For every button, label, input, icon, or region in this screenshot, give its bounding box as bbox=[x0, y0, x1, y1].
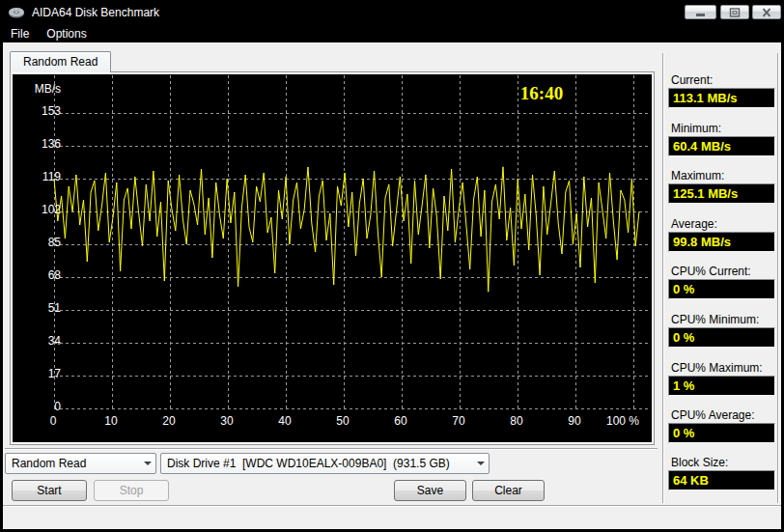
save-button[interactable]: Save bbox=[394, 480, 466, 501]
y-tick-label: 34 bbox=[16, 334, 61, 348]
close-button[interactable] bbox=[752, 5, 781, 19]
chart-svg bbox=[14, 75, 651, 441]
stat-value: 125.1 MB/s bbox=[668, 183, 775, 204]
stat-cpu-maximum: CPU% Maximum: 1 % bbox=[668, 361, 776, 402]
y-tick-label: 102 bbox=[16, 203, 61, 216]
stat-label: Minimum: bbox=[671, 122, 721, 135]
stat-cpu-minimum: CPU% Minimum: 0 % bbox=[668, 313, 776, 353]
stat-label: Maximum: bbox=[671, 169, 724, 182]
chart-panel: MB/s 15313611910285685134170 01020304050… bbox=[10, 71, 655, 445]
maximize-icon bbox=[729, 8, 741, 17]
x-tick-label: 30 bbox=[200, 414, 254, 428]
stat-label: Current: bbox=[671, 73, 713, 87]
x-tick-label: 50 bbox=[316, 414, 370, 428]
stat-label: CPU% Minimum: bbox=[671, 313, 759, 326]
x-tick-label: 0 bbox=[26, 414, 80, 428]
stat-minimum: Minimum: 60.4 MB/s bbox=[668, 122, 776, 162]
stat-value: 1 % bbox=[668, 376, 775, 396]
stat-average: Average: 99.8 MB/s bbox=[668, 217, 776, 258]
minimize-button[interactable] bbox=[685, 5, 716, 19]
chevron-down-icon bbox=[472, 454, 489, 473]
status-bar bbox=[3, 507, 781, 529]
y-tick-label: 136 bbox=[16, 137, 61, 151]
stat-label: CPU% Average: bbox=[671, 408, 755, 422]
stat-value: 64 KB bbox=[668, 470, 775, 490]
disk-drive-value: Disk Drive #1 [WDC WD10EALX-009BA0] (931… bbox=[161, 457, 472, 470]
stat-cpu-current: CPU% Current: 0 % bbox=[668, 265, 776, 305]
x-tick-label: 100 % bbox=[596, 414, 650, 428]
stat-value: 60.4 MB/s bbox=[668, 136, 775, 156]
x-tick-label: 10 bbox=[84, 414, 138, 428]
title-bar: AIDA64 Disk Benchmark bbox=[0, 0, 784, 25]
x-tick-label: 80 bbox=[490, 414, 544, 428]
stat-value: 0 % bbox=[668, 423, 775, 443]
disk-drive-select[interactable]: Disk Drive #1 [WDC WD10EALX-009BA0] (931… bbox=[160, 453, 490, 474]
tab-random-read[interactable]: Random Read bbox=[10, 51, 111, 72]
stat-label: CPU% Maximum: bbox=[671, 361, 763, 375]
stop-button: Stop bbox=[94, 480, 169, 501]
benchmark-type-value: Random Read bbox=[6, 457, 139, 470]
benchmark-type-select[interactable]: Random Read bbox=[5, 453, 156, 474]
chart-plot-area: MB/s 15313611910285685134170 01020304050… bbox=[13, 74, 652, 442]
clear-button[interactable]: Clear bbox=[472, 480, 545, 501]
stats-panel-left-divider bbox=[662, 53, 664, 503]
x-tick-label: 20 bbox=[142, 414, 196, 428]
menu-options[interactable]: Options bbox=[38, 26, 95, 42]
app-window: AIDA64 Disk Benchmark File Options Rando… bbox=[0, 0, 784, 532]
start-button[interactable]: Start bbox=[12, 480, 87, 501]
stat-value: 99.8 MB/s bbox=[668, 232, 775, 252]
x-tick-label: 60 bbox=[374, 414, 428, 428]
x-tick-label: 40 bbox=[258, 414, 312, 428]
close-icon bbox=[761, 8, 772, 17]
y-tick-label: 17 bbox=[16, 367, 61, 380]
y-tick-label: 68 bbox=[16, 268, 61, 282]
x-tick-label: 70 bbox=[432, 414, 486, 428]
stats-panel-right-divider bbox=[777, 53, 779, 503]
minimize-icon bbox=[695, 8, 707, 17]
stat-value: 113.1 MB/s bbox=[668, 88, 775, 108]
stat-value: 0 % bbox=[668, 327, 775, 348]
y-tick-label: 85 bbox=[16, 236, 61, 249]
elapsed-time-label: 16:40 bbox=[498, 83, 585, 104]
y-tick-label: 51 bbox=[16, 301, 61, 315]
y-tick-label: 119 bbox=[16, 170, 61, 183]
chevron-down-icon bbox=[139, 454, 155, 473]
disk-icon bbox=[8, 6, 25, 19]
menu-file[interactable]: File bbox=[2, 26, 38, 42]
stat-label: Average: bbox=[671, 217, 717, 231]
stat-current: Current: 113.1 MB/s bbox=[668, 73, 776, 114]
x-tick-label: 90 bbox=[547, 414, 602, 428]
client-area: Random Read MB/s 15313611910285685134170… bbox=[3, 42, 781, 529]
y-tick-label: 0 bbox=[16, 400, 61, 413]
window-title: AIDA64 Disk Benchmark bbox=[32, 6, 159, 19]
menu-bar: File Options bbox=[0, 25, 784, 42]
y-axis-unit-label: MB/s bbox=[16, 82, 61, 96]
maximize-button[interactable] bbox=[720, 5, 749, 19]
stat-value: 0 % bbox=[668, 279, 775, 299]
stat-block-size: Block Size: 64 KB bbox=[668, 456, 776, 496]
stat-label: Block Size: bbox=[671, 456, 728, 469]
tab-page-bottom-divider bbox=[5, 448, 658, 450]
y-tick-label: 153 bbox=[16, 104, 61, 118]
stat-maximum: Maximum: 125.1 MB/s bbox=[668, 169, 776, 210]
stat-cpu-average: CPU% Average: 0 % bbox=[668, 408, 776, 449]
stat-label: CPU% Current: bbox=[671, 265, 751, 278]
